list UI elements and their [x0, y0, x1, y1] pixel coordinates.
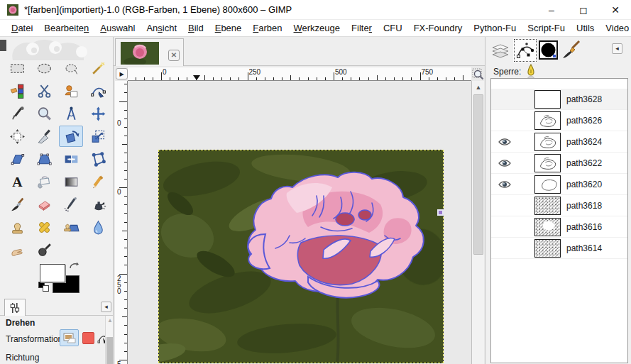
- tool-dodge-burn[interactable]: [32, 239, 56, 260]
- path-thumbnail[interactable]: [534, 154, 561, 172]
- tool-pencil[interactable]: [86, 171, 110, 192]
- menu-script-fu[interactable]: Script-Fu: [522, 21, 571, 35]
- tool-select-by-color[interactable]: [5, 80, 29, 101]
- swap-colors-icon[interactable]: [68, 261, 79, 272]
- tool-perspective[interactable]: [32, 148, 56, 170]
- close-button[interactable]: ✕: [603, 0, 627, 20]
- tab-close-icon[interactable]: ✕: [168, 50, 180, 61]
- visibility-eye-icon[interactable]: [498, 180, 512, 189]
- tab-paths[interactable]: [513, 38, 537, 62]
- tool-cage-transform[interactable]: [86, 148, 110, 170]
- tool-paintbrush[interactable]: [5, 194, 29, 215]
- tool-paths[interactable]: [86, 80, 110, 101]
- tool-smudge[interactable]: [5, 239, 29, 260]
- tool-airbrush[interactable]: [59, 194, 83, 215]
- tool-clone[interactable]: [5, 216, 29, 238]
- tool-bucket-fill[interactable]: [32, 171, 56, 192]
- tool-ink[interactable]: [86, 194, 110, 215]
- image-viewport[interactable]: [128, 81, 471, 364]
- tool-shear[interactable]: [5, 148, 29, 170]
- menu-datei[interactable]: Datei: [6, 21, 38, 35]
- visibility-eye-icon[interactable]: [498, 243, 512, 253]
- menu-python-fu[interactable]: Python-Fu: [468, 21, 522, 35]
- image-tab[interactable]: ✕: [115, 38, 184, 66]
- path-thumbnail[interactable]: [534, 197, 561, 215]
- vertical-ruler[interactable]: 002 5 05 0 0: [115, 81, 128, 364]
- tool-rotate[interactable]: [59, 126, 83, 147]
- tool-move[interactable]: [86, 103, 110, 124]
- path-row-path3620[interactable]: path3620: [491, 174, 627, 195]
- menu-bild[interactable]: Bild: [182, 21, 209, 35]
- options-collapse-button[interactable]: ◂: [101, 302, 111, 312]
- foreground-color-swatch[interactable]: [40, 264, 65, 282]
- visibility-eye-icon[interactable]: [498, 116, 512, 126]
- path-row-path3614[interactable]: path3614: [491, 238, 627, 259]
- path-row-path3616[interactable]: path3616: [491, 216, 627, 238]
- path-thumbnail[interactable]: [534, 218, 561, 236]
- tab-brush-circle[interactable]: [539, 40, 558, 60]
- tool-blur-sharpen[interactable]: [86, 216, 110, 238]
- menu-utils[interactable]: Utils: [571, 21, 600, 35]
- tool-foreground-select[interactable]: [59, 80, 83, 101]
- dock-collapse-button[interactable]: ◂: [612, 43, 622, 54]
- path-row-path3622[interactable]: path3622: [491, 153, 627, 174]
- tool-scale[interactable]: [86, 126, 110, 147]
- path-row-path3618[interactable]: path3618: [491, 195, 627, 216]
- path-thumbnail[interactable]: [534, 133, 561, 151]
- canvas-vertical-scrollbar[interactable]: ▲: [471, 81, 484, 364]
- menu-cfu[interactable]: CFU: [378, 21, 408, 35]
- tool-scissors-select[interactable]: [32, 80, 56, 101]
- rose-image[interactable]: [159, 150, 443, 363]
- path-row-path3628[interactable]: path3628: [491, 89, 627, 110]
- transform-layer-button[interactable]: [60, 329, 79, 346]
- tab-layers[interactable]: [489, 41, 512, 60]
- menu-fx-foundry[interactable]: FX-Foundry: [408, 21, 468, 35]
- visibility-eye-icon[interactable]: [498, 201, 512, 211]
- menu-auswahl[interactable]: Auswahl: [94, 21, 141, 35]
- tool-heal[interactable]: [32, 216, 56, 238]
- ruler-corner-menu-button[interactable]: ▶: [116, 68, 128, 79]
- tab-paintbrush[interactable]: [559, 39, 582, 60]
- canvas-scroll-thumb[interactable]: [473, 94, 483, 255]
- scroll-up-icon[interactable]: ▲: [473, 82, 483, 92]
- minimize-button[interactable]: –: [539, 0, 564, 20]
- tool-align[interactable]: [5, 126, 29, 147]
- zoom-corner-icon[interactable]: [472, 68, 484, 80]
- tool-measure[interactable]: [59, 103, 83, 124]
- path-row-path3626[interactable]: path3626: [491, 110, 627, 131]
- tool-fuzzy-select[interactable]: [86, 57, 110, 79]
- visibility-eye-icon[interactable]: [498, 158, 512, 168]
- menu-ansicht[interactable]: Ansicht: [141, 21, 182, 35]
- horizontal-ruler[interactable]: 0250500750: [128, 67, 471, 81]
- visibility-eye-icon[interactable]: [498, 137, 512, 147]
- path-thumbnail[interactable]: [534, 239, 561, 258]
- menu-farben[interactable]: Farben: [247, 21, 287, 35]
- transform-selection-button[interactable]: [82, 332, 94, 344]
- menu-bearbeiten[interactable]: Bearbeiten: [38, 21, 94, 35]
- tool-zoom[interactable]: [32, 103, 56, 124]
- reset-colors-button-white[interactable]: [43, 285, 49, 292]
- scroll-up-icon[interactable]: ▲: [106, 317, 113, 324]
- options-scrollbar[interactable]: ▲: [105, 316, 113, 364]
- tool-color-picker[interactable]: [5, 103, 29, 124]
- tool-flip[interactable]: [59, 148, 83, 170]
- tool-gradient[interactable]: [59, 171, 83, 192]
- tool-text[interactable]: A: [5, 171, 29, 192]
- tool-eraser[interactable]: [32, 194, 56, 215]
- menu-werkzeuge[interactable]: Werkzeuge: [288, 21, 346, 35]
- tab-tool-options[interactable]: [4, 299, 26, 316]
- tool-perspective-clone[interactable]: [59, 216, 83, 238]
- tool-rectangle-select[interactable]: [5, 57, 29, 79]
- menu-video[interactable]: Video: [600, 21, 631, 35]
- tool-ellipse-select[interactable]: [32, 57, 56, 79]
- menu-filter[interactable]: Filter: [346, 21, 378, 35]
- path-row-path3624[interactable]: path3624: [491, 131, 627, 153]
- path-anchor-point[interactable]: [437, 209, 444, 216]
- tool-free-select[interactable]: [59, 57, 83, 79]
- visibility-eye-icon[interactable]: [498, 94, 512, 104]
- tool-crop[interactable]: [32, 126, 56, 147]
- path-thumbnail[interactable]: [534, 90, 561, 109]
- maximize-button[interactable]: ◻: [571, 0, 596, 20]
- options-scroll-thumb[interactable]: [106, 337, 113, 364]
- menu-ebene[interactable]: Ebene: [209, 21, 248, 35]
